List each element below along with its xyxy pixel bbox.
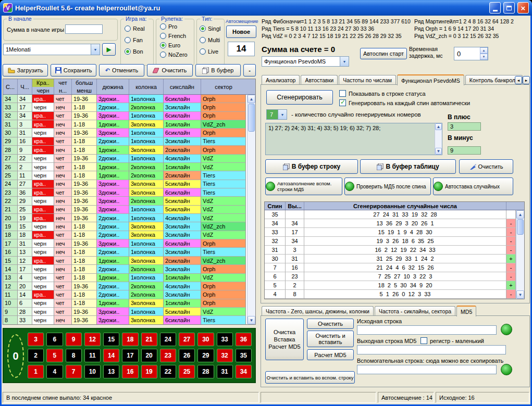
board-cell-12[interactable]: 12 [84,333,101,346]
board-cell-24[interactable]: 24 [160,333,176,346]
board-cell-3[interactable]: 3 [28,333,44,346]
board-cell-30[interactable]: 30 [197,333,214,346]
autobet-random-button[interactable]: Автоставка случайных [433,177,513,195]
board-cell-18[interactable]: 18 [122,333,138,346]
scroll-up-icon[interactable]: ▲ [435,123,442,130]
functional-combobox[interactable]: Функционал PsevdoMS ▼ [262,56,349,67]
board-cell-11[interactable]: 11 [84,349,101,362]
board-cell-15[interactable]: 15 [103,333,119,346]
board-cell-28[interactable]: 28 [197,365,214,378]
history-scrollbar[interactable]: ▲ ▼ [247,95,255,324]
header-spin[interactable]: С... [3,79,18,94]
lowercase-checkbox[interactable]: регистр - маленький [420,337,484,344]
chevron-down-icon[interactable]: ▼ [340,57,349,66]
to-buffer-button[interactable]: В буфер [195,64,241,77]
board-cell-21[interactable]: 21 [141,333,157,346]
md5-clear-paste-aux-button[interactable]: Очистить и вставить во вспом. строку [265,371,355,384]
board-cell-29[interactable]: 29 [197,349,214,362]
show-status-checkbox[interactable]: Показывать в строке статуса [339,90,426,97]
tab-chastota-sixline[interactable]: Частота - сиклайны, сектора [375,306,455,316]
tab-kontrol-bankroll[interactable]: Контроль банкролл [465,75,523,85]
board-cell-36[interactable]: 36 [236,333,252,346]
checkbox-icon[interactable] [339,90,346,97]
load-button[interactable]: Загрузить [3,64,48,77]
header-small[interactable]: менш [72,87,96,95]
chevron-down-icon[interactable]: ▼ [91,44,100,55]
board-cell-25[interactable]: 25 [179,365,195,378]
md5-big-button[interactable]: Очистка Вставка Расчет MD5 [265,319,304,360]
start-sum-input[interactable] [65,24,103,34]
checkbox-icon[interactable] [420,337,427,344]
board-cell-26[interactable]: 26 [179,349,195,362]
board-cell-33[interactable]: 33 [217,333,233,346]
close-button[interactable]: × [517,2,529,14]
md5-source-action-icon[interactable] [501,324,512,335]
chevron-down-icon[interactable]: ▼ [278,110,287,119]
header-column[interactable]: колонка [129,79,164,94]
md5-aux-input[interactable] [357,365,497,374]
radio-bon[interactable]: Bon [125,48,143,55]
autospin-start-button[interactable]: Автоспин старт [360,48,407,59]
tab-funkcional-psevdoms[interactable]: Функционал PsevdoMS [397,74,464,85]
count-combobox[interactable]: 7 ▼ [266,109,287,120]
radio-pro[interactable]: Pro [160,23,177,30]
header-red[interactable]: Кра.. [32,79,54,87]
auto-generate-checkbox[interactable]: Генерировать на каждый спин автоматическ… [339,99,470,106]
header-generated-numbers[interactable]: Сгенерированные случайные числа [304,202,506,210]
board-cell-14[interactable]: 14 [103,349,119,362]
board-cell-10[interactable]: 10 [84,365,101,378]
board-cell-8[interactable]: 8 [66,349,82,362]
spin-down-icon[interactable]: ▼ [480,54,488,60]
board-cell-16[interactable]: 16 [122,365,138,378]
radio-french[interactable]: French [160,33,186,39]
md5-aux-action-icon[interactable] [501,364,512,375]
tab-avtostavki[interactable]: Автоставки [301,75,338,85]
header-parity[interactable]: чет н... [54,79,72,94]
header-sixline[interactable]: сикслайн [164,79,201,94]
scroll-down-icon[interactable]: ▼ [435,148,442,155]
clear-generated-button[interactable]: Очистить [459,159,513,174]
scroll-up-icon[interactable]: ▲ [516,210,524,219]
delay-spinner[interactable]: 0 ▲ ▼ [454,47,488,60]
tab-chastota-zero[interactable]: Частота - Zero, шансы, дюжины, колонки [262,306,374,316]
radio-real[interactable]: Real [125,26,145,32]
generate-button[interactable]: Сгенерировать [266,90,333,105]
header-color[interactable]: Кра.. черн [32,79,54,94]
check-md5-button[interactable]: Проверить МД5 после спина [344,177,431,195]
tab-scroll-left-icon[interactable]: ◄ [515,76,522,84]
save-button[interactable]: Сохранить [51,64,96,77]
header-dozen[interactable]: дюжина [97,79,129,94]
md5-clear-button[interactable]: Очистить [307,319,354,329]
delay-value[interactable]: 0 [454,47,480,60]
board-cell-27[interactable]: 27 [179,333,195,346]
board-cell-4[interactable]: 4 [46,365,63,378]
header-result[interactable] [506,202,516,210]
scrollbar-thumb[interactable] [248,104,255,132]
maximize-button[interactable] [503,2,515,14]
checkbox-checked-icon[interactable] [339,99,346,106]
play-button[interactable]: ▶ [102,43,116,56]
tab-md5[interactable]: MD5 [456,306,476,316]
header-sector[interactable]: сектор [201,79,246,94]
undo-button[interactable]: ↶ Отменить [99,64,144,77]
header-out[interactable]: Вы... [286,202,304,210]
board-cell-22[interactable]: 22 [160,365,176,378]
scrollbar-thumb[interactable] [517,219,524,235]
generated-line-scrollbar[interactable]: ▲ ▼ [435,123,442,155]
scrollbar-track[interactable] [435,130,442,148]
generated-line-box[interactable]: 1) 27; 2) 24; 3) 31; 4) 33; 5) 19; 6) 32… [265,123,442,155]
minus-button[interactable]: - [243,64,256,77]
board-cell-20[interactable]: 20 [141,349,157,362]
md5-calc-button[interactable]: Расчет MD5 [307,349,354,360]
strategy-combobox[interactable]: 1Melonati ▼ [3,44,100,55]
header-spin[interactable]: Спин [265,202,286,210]
header-even[interactable]: чет [54,79,71,87]
spinner-arrows[interactable]: ▲ ▼ [480,47,488,60]
scrollbar-track[interactable] [248,132,255,316]
scroll-up-icon[interactable]: ▲ [248,95,255,103]
board-cell-35[interactable]: 35 [236,349,252,362]
header-range[interactable]: больш менш [72,79,97,94]
radio-multi[interactable]: Multi [200,37,220,43]
buffer-table-button[interactable]: В буфер таблицу [360,159,456,174]
title-bar[interactable]: V HelperRoullet 5.6- create helperroulle… [0,0,532,16]
